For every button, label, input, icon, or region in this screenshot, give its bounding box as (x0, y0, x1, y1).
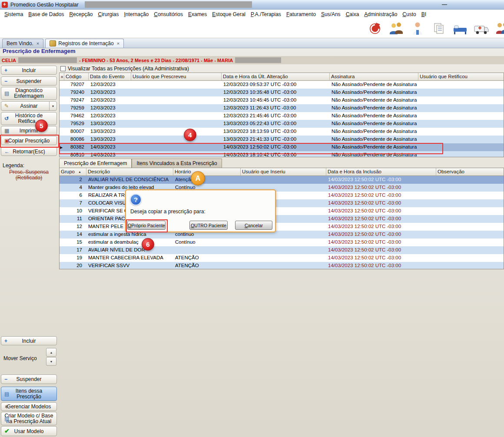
table-row[interactable]: 7946212/03/202312/03/2023 21:45:46 UTC -… (60, 112, 504, 120)
menu-estoque-geral[interactable]: Estoque Geral (209, 10, 248, 18)
menu-faturamento[interactable]: Faturamento (284, 10, 318, 18)
column-header-data-e-hora-da-inclusao[interactable]: Data e Hora da Inclusão (326, 168, 436, 176)
menu-exames[interactable]: Exames (186, 10, 209, 18)
column-header-data-do-evento[interactable]: Data do Evento (89, 73, 131, 81)
table-row[interactable]: 17AVALIAR NÍVEL DE DOR14/03/2023 12:50:0… (60, 246, 504, 254)
cell-observacao (436, 199, 504, 207)
table-row[interactable]: 7952913/03/202313/03/2023 05:22:43 UTC -… (60, 120, 504, 128)
table-row[interactable]: 7920712/03/202312/03/2023 09:53:37 UTC -… (60, 81, 504, 89)
table-row[interactable]: 8008613/03/202313/03/2023 21:41:33 UTC -… (60, 136, 504, 143)
menu-internacao[interactable]: Internação (122, 10, 152, 18)
button-label: Suspender (16, 376, 41, 382)
menu-administracao[interactable]: Administração (361, 10, 400, 18)
table-row[interactable]: 2AVALIAR NÍVEL DE CONSCIÊNCIAAtenção14/0… (60, 176, 504, 184)
minimize-button[interactable]: — (438, 0, 451, 8)
criar-modelo-button[interactable]: Criar Modelo c/ Base na Prescrição Atual (1, 412, 57, 425)
table-row[interactable]: 7924712/03/202312/03/2023 10:45:45 UTC -… (60, 96, 504, 104)
column-header-assinatura[interactable]: Assinatura (330, 73, 418, 81)
cell-grupo: 15 (60, 238, 86, 246)
cell-usuario-que-retificou (418, 89, 504, 96)
table-row[interactable]: 7925912/03/202312/03/2023 11:26:43 UTC -… (60, 104, 504, 112)
table-row[interactable]: 7924012/03/202312/03/2023 10:35:48 UTC -… (60, 89, 504, 96)
cell-data-e-hora-da-inclusao: 14/03/2023 12:50:02 UTC -03:00 (326, 262, 436, 269)
patients-icon[interactable] (388, 20, 405, 37)
show-all-prescriptions-checkbox[interactable] (60, 66, 66, 71)
column-header-horario[interactable]: Horário (173, 168, 241, 176)
menu-base-de-dados[interactable]: Base de Dados (26, 10, 66, 18)
incluir-item-button[interactable]: Incluir (1, 336, 57, 345)
menu-sistema[interactable]: Sistema (2, 10, 26, 18)
historico-retificacao-button[interactable]: Histórico de Retifica... (1, 112, 57, 125)
menu-consultorios[interactable]: Consultórios (151, 10, 186, 18)
logout-icon[interactable] (367, 20, 383, 37)
cell-grupo: 6 (60, 192, 86, 199)
proprio-paciente-button[interactable]: O Próprio Paciente (127, 221, 166, 230)
menu-p-a-terapias[interactable]: P.A./Terapias (248, 10, 284, 18)
bed-icon[interactable] (452, 20, 468, 37)
assinar-dropdown-button[interactable]: ▼ (49, 102, 56, 110)
table-row[interactable]: 15estimular a deambulaçContínuo14/03/202… (60, 238, 504, 246)
assinar-button[interactable]: Assinar ▼ (1, 101, 57, 111)
documents-icon[interactable] (431, 20, 447, 37)
diagnostico-enfermagem-button[interactable]: Diagnostico Enfermagem (1, 87, 57, 100)
cell-data-do-evento: 12/03/2023 (89, 89, 131, 96)
page-title: Prescrição de Enfermagem (3, 48, 76, 54)
doctor-icon[interactable] (409, 20, 426, 37)
column-header-observacao[interactable]: Observação (436, 168, 504, 176)
table-row[interactable]: 8038214/03/202314/03/2023 12:50:02 UTC -… (60, 143, 504, 151)
move-down-button[interactable] (46, 357, 56, 366)
gerenciar-modelos-button[interactable]: Gerenciar Modelos (1, 402, 57, 411)
column-header-grupo[interactable]: Grupo (60, 168, 86, 176)
suspender-button[interactable]: Suspender (1, 76, 57, 86)
table-row[interactable]: 8000713/03/202313/03/2023 18:13:59 UTC -… (60, 128, 504, 136)
column-header-usuario-que-inseriu[interactable]: Usuário que Inseriu (241, 168, 326, 176)
tab-bem-vindo[interactable]: Bem Vindo.× (2, 39, 43, 48)
cell-horario (173, 246, 241, 254)
button-label: Assinar (20, 103, 37, 109)
plus-icon (4, 68, 7, 73)
people-icon[interactable] (494, 20, 504, 37)
tab-registros-de-internacao[interactable]: Registros de Internação× (45, 39, 124, 48)
close-icon[interactable]: × (117, 41, 119, 46)
suspender-item-button[interactable]: Suspender (1, 374, 57, 384)
column-header-usuario-que-retificou[interactable]: Usuário que Retificou (418, 73, 504, 81)
outro-paciente-button[interactable]: OUTRO Paciente (189, 221, 228, 230)
column-header-usuario-que-prescreveu[interactable]: Usuário que Prescreveu (131, 73, 222, 81)
menu-cirurgias[interactable]: Cirurgias (95, 10, 121, 18)
table-row[interactable]: 20VERIFICAR SSVVATENÇÃO14/03/2023 12:50:… (60, 262, 504, 269)
cell-data-do-evento: 13/03/2023 (89, 128, 131, 136)
table-row[interactable]: 19MANTER CABECEIRA ELEVADAATENÇÃO14/03/2… (60, 254, 504, 262)
column-header-data-e-hora-da-ult-alteracao[interactable]: Data e Hora da Últ. Alteração (222, 73, 330, 81)
cell-observacao (436, 246, 504, 254)
subtab-bar: Prescrição de EnfermagemItens Vinculados… (59, 159, 222, 168)
retornar-button[interactable]: Retornar(Esc) (1, 147, 57, 156)
cell-observacao (436, 176, 504, 184)
prescriptions-table: CódigoData do EventoUsuário que Prescrev… (59, 73, 504, 157)
table-row[interactable]: 8051014/03/202314/03/2023 18:10:42 UTC -… (60, 151, 504, 157)
menu-recepcao[interactable]: Recepção (66, 10, 95, 18)
menu-sus-ans[interactable]: Sus/Ans (318, 10, 343, 18)
cell-data-do-evento: 13/03/2023 (89, 136, 131, 143)
cancelar-button[interactable]: Cancelar (235, 221, 272, 230)
step-badge-5: 5 (35, 119, 48, 132)
cell-data-e-hora-da-ult-alteracao: 13/03/2023 21:41:33 UTC -03:00 (222, 136, 330, 143)
subtab-itens-vinculados-a-esta-prescricao[interactable]: Itens Vinculados a Esta Prescrição (132, 159, 222, 168)
column-header-descricao[interactable]: Descrição (86, 168, 173, 176)
menu-caixa[interactable]: Caixa (343, 10, 362, 18)
incluir-button[interactable]: Incluir (1, 66, 57, 75)
cell-codigo: 79462 (64, 112, 89, 120)
cell-codigo: 80086 (64, 136, 89, 143)
ambulance-icon[interactable] (473, 20, 490, 37)
button-label: Prescrição (17, 394, 41, 400)
column-header-codigo[interactable]: Código (64, 73, 89, 81)
menu-bi[interactable]: BI (419, 10, 429, 18)
close-icon[interactable]: × (36, 41, 39, 46)
menu-custo[interactable]: Custo (400, 10, 418, 18)
usar-modelo-button[interactable]: Usar Modelo (1, 426, 57, 436)
move-up-button[interactable] (46, 348, 56, 357)
copiar-prescricao-button[interactable]: Copiar Prescrição (1, 136, 57, 145)
button-label: Itens dessa (16, 388, 42, 394)
imprimir-button[interactable]: Imprimir (1, 126, 57, 135)
itens-dessa-prescricao-button[interactable]: Itens dessa Prescrição (1, 387, 57, 401)
subtab-prescricao-de-enfermagem[interactable]: Prescrição de Enfermagem (59, 159, 132, 168)
